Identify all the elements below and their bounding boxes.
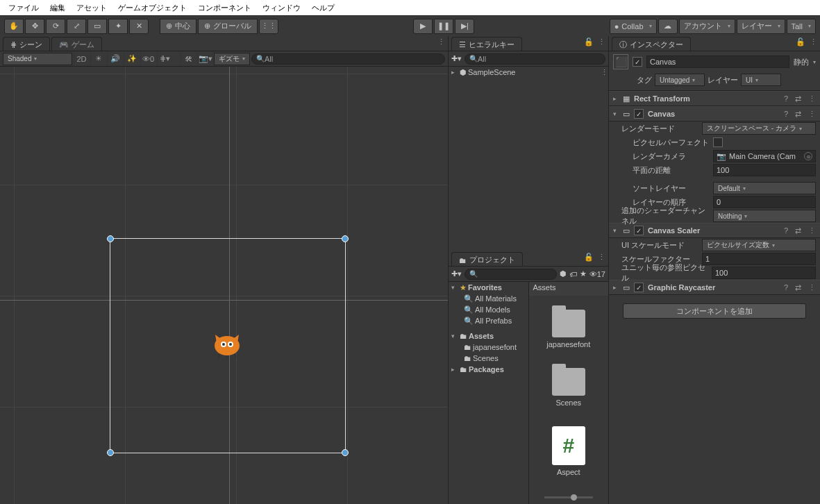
play-button[interactable]: ▶: [413, 19, 433, 34]
lighting-toggle[interactable]: ☀: [90, 53, 106, 65]
foldout-icon[interactable]: ▸: [613, 284, 619, 291]
favorites-row[interactable]: ▾★Favorites: [449, 282, 528, 293]
graphic-raycaster-header[interactable]: ▸ ▭ ✓ Graphic Raycaster ? ⇄ ⋮: [609, 280, 820, 295]
tab-project[interactable]: 🖿プロジェクト: [451, 252, 523, 266]
tool-settings-icon[interactable]: 🛠: [181, 53, 196, 65]
search-all-models[interactable]: 🔍All Models: [449, 304, 528, 315]
render-mode-dropdown[interactable]: スクリーンスペース - カメラ: [702, 122, 816, 135]
scene-viewport[interactable]: [0, 67, 448, 504]
foldout-icon[interactable]: ▸: [451, 69, 458, 76]
layer-dropdown[interactable]: UI: [741, 74, 781, 86]
component-menu-icon[interactable]: ⋮: [808, 94, 816, 103]
scale-mode-dropdown[interactable]: ピクセルサイズ定数: [702, 239, 816, 251]
fx-toggle[interactable]: ✨: [124, 53, 139, 65]
assets-row[interactable]: ▾🖿Assets: [449, 330, 528, 342]
add-component-button[interactable]: コンポーネントを追加: [623, 303, 806, 319]
component-enabled-checkbox[interactable]: ✓: [634, 283, 644, 292]
pivot-toggle[interactable]: ⊕ 中心: [160, 19, 196, 34]
create-dropdown[interactable]: ✚▾: [451, 54, 462, 63]
tab-menu-icon[interactable]: ⋮: [437, 37, 445, 47]
shading-dropdown[interactable]: Shaded: [3, 53, 72, 65]
search-type-icon[interactable]: ⬢: [560, 269, 567, 278]
asset-folder-scenes[interactable]: Scenes: [552, 368, 585, 407]
tab-menu-icon[interactable]: ⋮: [598, 37, 605, 47]
canvas-header[interactable]: ▾ ▭ ✓ Canvas ? ⇄ ⋮: [609, 106, 820, 121]
lock-icon[interactable]: 🔓: [584, 253, 594, 262]
component-enabled-checkbox[interactable]: ✓: [634, 109, 644, 119]
foldout-icon[interactable]: ▾: [613, 227, 619, 234]
transform-tool-button[interactable]: ✦: [108, 19, 128, 34]
lock-icon[interactable]: 🔓: [796, 37, 805, 47]
handle-br[interactable]: [342, 449, 349, 456]
help-icon[interactable]: ?: [784, 94, 788, 103]
layout-dropdown[interactable]: Tall: [787, 19, 817, 34]
grid-size-slider[interactable]: [529, 490, 609, 504]
asset-folder-japanesefont[interactable]: japanesefont: [546, 310, 590, 348]
preset-icon[interactable]: ⇄: [795, 94, 801, 103]
collab-dropdown[interactable]: ● Collab: [610, 19, 657, 34]
hidden-count[interactable]: 👁17: [589, 270, 605, 278]
object-picker-icon[interactable]: ⊙: [804, 152, 812, 160]
help-icon[interactable]: ?: [784, 283, 788, 292]
foldout-icon[interactable]: ▸: [613, 95, 619, 102]
move-tool-button[interactable]: ✥: [25, 19, 44, 34]
pixel-perfect-checkbox[interactable]: [713, 137, 723, 147]
component-menu-icon[interactable]: ⋮: [808, 283, 816, 292]
save-search-icon[interactable]: ★: [580, 269, 587, 278]
scale-factor-input[interactable]: [702, 253, 816, 265]
tab-menu-icon[interactable]: ⋮: [598, 253, 605, 262]
folder-japanesefont[interactable]: 🖿japanesefont: [449, 342, 528, 353]
foldout-icon[interactable]: ▾: [613, 110, 619, 117]
packages-row[interactable]: ▸🖿Packages: [449, 364, 528, 375]
create-dropdown[interactable]: ✚▾: [451, 269, 462, 278]
rect-transform-header[interactable]: ▸ ▦ Rect Transform ? ⇄ ⋮: [609, 91, 820, 106]
canvas-scaler-header[interactable]: ▾ ▭ ✓ Canvas Scaler ? ⇄ ⋮: [609, 223, 820, 238]
pause-button[interactable]: ❚❚: [434, 19, 453, 34]
preset-icon[interactable]: ⇄: [795, 110, 801, 119]
hierarchy-search-input[interactable]: 🔍 All: [465, 53, 605, 65]
search-all-prefabs[interactable]: 🔍All Prefabs: [449, 315, 528, 326]
menu-gameobject[interactable]: ゲームオブジェクト: [112, 1, 192, 15]
order-in-layer-input[interactable]: [713, 196, 816, 208]
scene-search-input[interactable]: 🔍 All: [251, 53, 445, 65]
active-checkbox[interactable]: ✓: [633, 57, 642, 67]
project-search-input[interactable]: 🔍: [465, 269, 557, 280]
folder-scenes[interactable]: 🖿Scenes: [449, 353, 528, 364]
hand-tool-button[interactable]: ✋: [4, 19, 24, 34]
search-label-icon[interactable]: 🏷: [569, 270, 577, 278]
space-toggle[interactable]: ⊕ グローバル: [198, 19, 258, 34]
component-menu-icon[interactable]: ⋮: [808, 226, 816, 235]
custom-tool-button[interactable]: ✕: [129, 19, 149, 34]
cloud-button[interactable]: ☁: [658, 19, 678, 34]
hierarchy-scene-row[interactable]: ▸ ⬢ SampleScene ⋮: [449, 67, 608, 78]
lock-icon[interactable]: 🔓: [584, 37, 594, 47]
help-icon[interactable]: ?: [784, 226, 788, 235]
grid-toggle[interactable]: ⋕▾: [157, 53, 172, 65]
gizmos-dropdown[interactable]: ギズモ: [214, 53, 250, 65]
component-enabled-checkbox[interactable]: ✓: [634, 226, 644, 235]
audio-toggle[interactable]: 🔊: [107, 53, 122, 65]
step-button[interactable]: ▶|: [455, 19, 474, 34]
rotate-tool-button[interactable]: ⟳: [46, 19, 65, 34]
asset-script-aspect[interactable]: #Aspect: [552, 426, 585, 476]
layers-dropdown[interactable]: レイヤー: [737, 19, 785, 34]
gameobject-name-input[interactable]: [646, 56, 789, 68]
scene-menu-icon[interactable]: ⋮: [601, 68, 608, 77]
rect-tool-button[interactable]: ▭: [87, 19, 107, 34]
camera-icon[interactable]: 📷▾: [197, 53, 212, 65]
scale-tool-button[interactable]: ⤢: [67, 19, 86, 34]
project-breadcrumb[interactable]: Assets: [529, 282, 609, 296]
handle-tl[interactable]: [107, 235, 114, 242]
gameobject-icon[interactable]: ⬛: [613, 54, 628, 69]
shader-channels-dropdown[interactable]: Nothing: [713, 210, 816, 222]
component-menu-icon[interactable]: ⋮: [808, 110, 816, 119]
tab-scene[interactable]: ⋕シーン: [3, 37, 50, 51]
plane-distance-input[interactable]: [713, 164, 816, 176]
2d-toggle[interactable]: 2D: [74, 53, 89, 65]
menu-edit[interactable]: 編集: [44, 1, 71, 15]
preset-icon[interactable]: ⇄: [795, 283, 801, 292]
ref-pixels-input[interactable]: [712, 267, 816, 279]
menu-file[interactable]: ファイル: [3, 1, 44, 15]
menu-assets[interactable]: アセット: [71, 1, 112, 15]
handle-bl[interactable]: [107, 449, 114, 456]
